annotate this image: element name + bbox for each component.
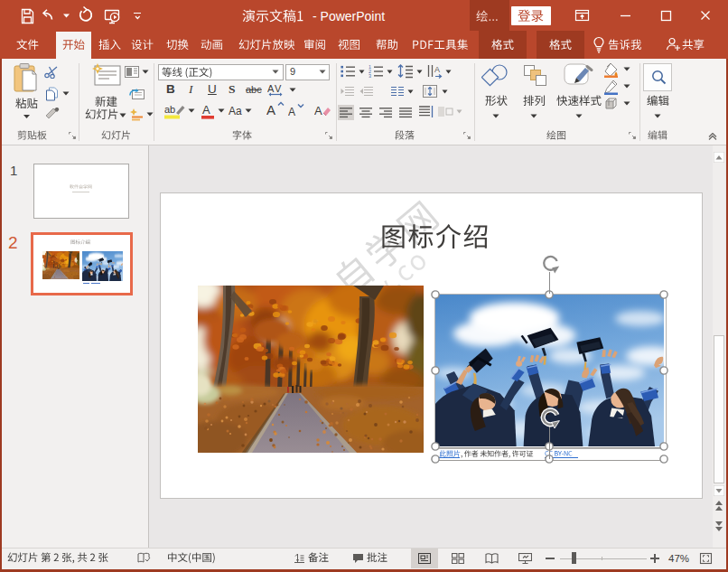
svg-text:A: A — [266, 102, 275, 117]
svg-text:ab: ab — [164, 104, 175, 115]
svg-text:A: A — [288, 106, 295, 117]
svg-text:A: A — [314, 104, 322, 117]
svg-text:A: A — [434, 65, 440, 74]
svg-text:3: 3 — [369, 73, 371, 78]
svg-text:A: A — [202, 103, 210, 117]
svg-text:V: V — [275, 83, 282, 94]
svg-text:A: A — [267, 83, 275, 94]
